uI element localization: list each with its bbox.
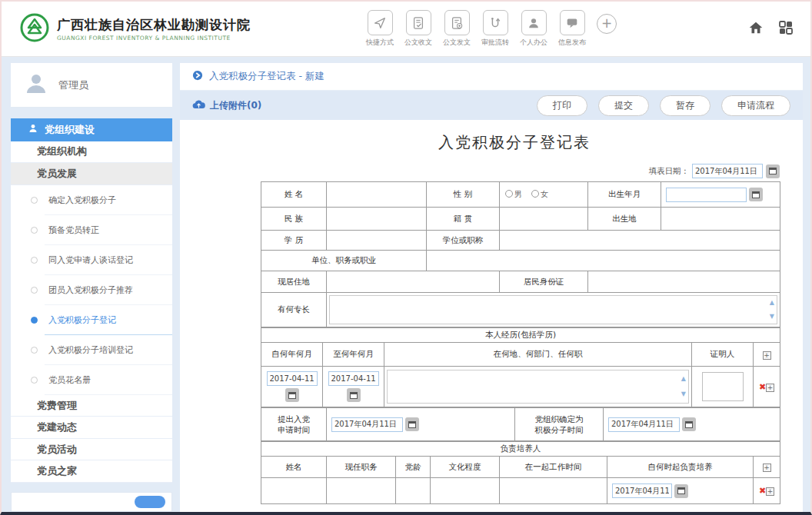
radio-dot-icon <box>31 227 38 234</box>
calendar-icon[interactable] <box>749 188 763 201</box>
add-app-icon[interactable]: + <box>597 14 617 34</box>
scroll-up-icon[interactable]: ▲ <box>681 376 686 382</box>
birth-date-input[interactable] <box>666 188 747 202</box>
logo-subtitle: GUANGXI FOREST INVENTORY & PLANNING INST… <box>57 35 251 42</box>
info-publish-button[interactable]: 信息发布 <box>558 10 586 48</box>
calendar-icon[interactable] <box>766 164 780 178</box>
gender-female-radio[interactable]: 女 <box>531 189 548 200</box>
submenu-item-applicant-talk[interactable]: 同入党申请人谈话登记 <box>11 245 172 275</box>
delete-row-icon[interactable]: ✖ <box>759 486 766 496</box>
sidebar-item-member-development[interactable]: 党员发展 <box>11 163 172 185</box>
sidebar-item-label: 党费管理 <box>37 399 77 413</box>
cult-name-input-cell[interactable] <box>261 478 327 504</box>
cult-position-input-cell[interactable] <box>327 478 396 504</box>
scroll-down-icon[interactable]: ▼ <box>770 314 774 320</box>
exp-where-textarea[interactable]: ▲ ▼ <box>387 370 689 404</box>
cult-since-input[interactable] <box>612 483 672 498</box>
residence-input-cell[interactable] <box>327 271 500 293</box>
submenu-label: 入党积极分子登记 <box>48 314 116 326</box>
sidebar-item-party-building[interactable]: 党组织建设 <box>11 118 172 141</box>
exp-from-input[interactable] <box>267 371 318 386</box>
birth-place-input-cell[interactable] <box>661 208 780 231</box>
calendar-icon[interactable] <box>682 417 696 431</box>
sidebar-search-box[interactable] <box>11 492 172 512</box>
add-row-icon[interactable]: + <box>763 351 771 360</box>
submenu-item-determine-activist[interactable]: 确定入党积极分子 <box>11 185 172 215</box>
scroll-down-icon[interactable]: ▼ <box>681 391 686 397</box>
exp-witness-input[interactable] <box>702 372 744 401</box>
home-icon[interactable] <box>747 19 764 39</box>
apply-flow-button[interactable]: 申请流程 <box>721 95 790 116</box>
add-row-icon[interactable]: + <box>763 464 771 472</box>
specialty-textarea[interactable]: ▲ ▼ <box>329 295 777 324</box>
submenu-item-activist-register[interactable]: 入党积极分子登记 <box>11 305 172 335</box>
cult-worktime-input-cell[interactable] <box>500 478 607 504</box>
approval-flow-button[interactable]: 审批流转 <box>481 10 509 48</box>
sidebar-item-party-news[interactable]: 党建动态 <box>11 417 172 439</box>
submenu-item-member-roster[interactable]: 党员花名册 <box>11 365 172 395</box>
id-card-input-cell[interactable] <box>588 271 780 293</box>
calendar-icon[interactable] <box>674 484 688 498</box>
experience-section-title: 本人经历(包括学历) <box>261 328 780 343</box>
delete-row-icon[interactable]: ✖ <box>759 382 766 392</box>
gender-male-radio[interactable]: 男 <box>505 189 522 200</box>
sidebar-item-member-activity[interactable]: 党员活动 <box>11 439 172 461</box>
native-place-input-cell[interactable] <box>500 208 588 231</box>
document-add-icon <box>444 10 470 35</box>
name-input-cell[interactable] <box>327 182 427 208</box>
doc-send-button[interactable]: 公文发文 <box>443 10 471 48</box>
doc-receive-button[interactable]: 公文收文 <box>404 10 432 48</box>
radio-icon <box>505 190 513 198</box>
sidebar-item-label: 党员之家 <box>37 464 77 478</box>
print-button[interactable]: 打印 <box>537 95 587 116</box>
cult-party-age-input-cell[interactable] <box>396 478 431 504</box>
education-input-cell[interactable] <box>327 231 427 251</box>
person-badge-icon <box>28 123 38 136</box>
save-draft-button[interactable]: 暂存 <box>660 95 710 116</box>
submenu-label: 入党积极分子培训登记 <box>48 344 133 356</box>
apply-time-label: 提出入党 申请时间 <box>261 408 327 441</box>
cult-education-input-cell[interactable] <box>431 478 500 504</box>
calendar-icon[interactable] <box>285 388 299 402</box>
submenu-item-probation-confirm[interactable]: 预备党员转正 <box>11 215 172 245</box>
submenu-item-league-recommend[interactable]: 团员入党积极分子推荐 <box>11 275 172 305</box>
sidebar-item-member-home[interactable]: 党员之家 <box>11 460 172 483</box>
unit-label: 单位、职务或职业 <box>261 251 427 271</box>
chat-bubble-icon <box>560 10 585 35</box>
sidebar: 管理员 党组织建设 党组织机构 党员发展 <box>11 63 172 512</box>
residence-label: 现居住地 <box>261 271 327 293</box>
add-row-icon[interactable]: + <box>766 384 774 392</box>
info-publish-label: 信息发布 <box>558 38 586 48</box>
degree-input-cell[interactable] <box>500 231 780 251</box>
sidebar-item-party-org[interactable]: 党组织机构 <box>11 141 172 164</box>
degree-label: 学位或职称 <box>427 231 500 251</box>
ethnic-input-cell[interactable] <box>327 208 427 231</box>
birth-label: 出生年月 <box>588 182 661 208</box>
confirm-time-input[interactable] <box>608 417 680 432</box>
personal-office-button[interactable]: 个人办公 <box>520 10 547 48</box>
fill-date-row: 填表日期： <box>261 164 780 178</box>
female-label: 女 <box>541 190 548 198</box>
search-button[interactable] <box>135 496 165 508</box>
calendar-icon[interactable] <box>405 417 419 431</box>
main-panel: 入党积极分子登记表 - 新建 上传附件(0) 打印 提交 暂存 申请流程 入党积… <box>180 63 803 512</box>
add-row-icon[interactable]: + <box>766 487 774 496</box>
submit-button[interactable]: 提交 <box>598 95 649 116</box>
experience-table: 本人经历(包括学历) 自何年何月 至何年何月 在何地、何部门、任何职 证明人 + <box>261 327 780 407</box>
fill-date-input[interactable] <box>692 164 763 178</box>
calendar-icon[interactable] <box>347 388 361 402</box>
unit-input-cell[interactable] <box>427 251 780 271</box>
scroll-up-icon[interactable]: ▲ <box>770 300 774 306</box>
sidebar-item-party-fee[interactable]: 党费管理 <box>11 395 172 417</box>
upload-attachment-button[interactable]: 上传附件(0) <box>192 99 261 112</box>
education-label: 学 历 <box>261 231 327 251</box>
sidebar-item-label: 党员发展 <box>37 167 77 181</box>
apply-time-input[interactable] <box>331 417 403 432</box>
submenu: 确定入党积极分子 预备党员转正 同入党申请人谈话登记 团员入党积极分子推荐 <box>11 185 172 395</box>
apps-grid-icon[interactable] <box>778 20 794 38</box>
male-label: 男 <box>514 190 522 198</box>
exp-to-input[interactable] <box>328 371 379 386</box>
submenu-item-activist-training[interactable]: 入党积极分子培训登记 <box>11 335 172 365</box>
cultivator-section-title: 负责培养人 <box>261 442 780 457</box>
shortcut-button[interactable]: 快捷方式 <box>366 10 394 48</box>
